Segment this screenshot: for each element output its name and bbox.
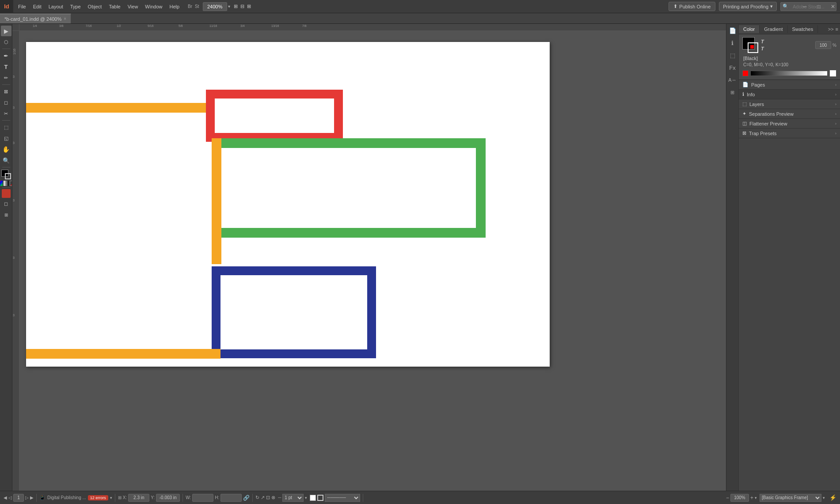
ruler-label-8: 3/4 bbox=[240, 24, 245, 27]
menu-help[interactable]: Help bbox=[166, 3, 182, 11]
tab-swatches[interactable]: Swatches bbox=[788, 25, 818, 33]
gradient-mode-btn[interactable] bbox=[4, 181, 9, 186]
maximize-button[interactable]: □ bbox=[812, 0, 826, 13]
menu-window[interactable]: Window bbox=[142, 3, 165, 11]
type-tool[interactable]: T bbox=[1, 61, 11, 72]
panel-row-sep-preview[interactable]: ✦ Separations Preview › bbox=[739, 109, 840, 119]
zoom-dropdown-btn[interactable]: ▾ bbox=[755, 496, 757, 500]
zoom-percent-input[interactable] bbox=[730, 494, 749, 502]
color-slider[interactable] bbox=[750, 71, 828, 76]
constraint-icon[interactable]: 🔗 bbox=[243, 495, 250, 501]
panel-menu-btn[interactable]: ≡ bbox=[836, 27, 838, 32]
h-input[interactable] bbox=[220, 494, 242, 502]
opacity-input[interactable] bbox=[815, 41, 831, 49]
status-sep-1 bbox=[36, 494, 37, 502]
page-canvas bbox=[26, 42, 550, 367]
panel-icon-layers[interactable]: ⬚ bbox=[728, 50, 737, 60]
green-rectangle[interactable] bbox=[212, 138, 486, 238]
frame-type-arrow[interactable]: ▾ bbox=[823, 496, 825, 500]
trap-presets-arrow: › bbox=[835, 131, 836, 136]
publish-online-button[interactable]: ⬆ Publish Online bbox=[669, 2, 715, 11]
panel-expand-btn[interactable]: >> bbox=[828, 27, 834, 32]
stroke-style-select[interactable]: ────── bbox=[325, 494, 360, 502]
menu-file[interactable]: File bbox=[15, 3, 29, 11]
sep-preview-icon: ✦ bbox=[742, 111, 746, 117]
direct-select-tool[interactable]: ⬡ bbox=[1, 37, 11, 47]
menu-object[interactable]: Object bbox=[85, 3, 105, 11]
y-input[interactable] bbox=[156, 494, 180, 502]
close-button[interactable]: ✕ bbox=[826, 0, 840, 13]
scissors-tool[interactable]: ✂ bbox=[1, 108, 11, 119]
printing-proofing-dropdown[interactable]: Printing and Proofing ▾ bbox=[719, 2, 777, 11]
zoom-tool[interactable]: 🔍 bbox=[1, 155, 11, 166]
opacity-unit: % bbox=[832, 43, 836, 48]
selection-tool[interactable]: ▶ bbox=[1, 26, 11, 36]
page-first-btn[interactable]: ◁ bbox=[8, 495, 12, 500]
error-badge[interactable]: 12 errors bbox=[88, 495, 108, 500]
page-number-input[interactable] bbox=[13, 494, 24, 502]
panel-icon-fx[interactable]: Fx bbox=[728, 63, 737, 72]
zoom-in-btn[interactable]: + bbox=[750, 495, 753, 501]
fill-stroke-status: ────── bbox=[310, 494, 360, 502]
panel-row-pages[interactable]: 📄 Pages › bbox=[739, 80, 840, 90]
free-transform-tool[interactable]: ⬚ bbox=[1, 122, 11, 133]
digital-pub-arrow[interactable]: ▾ bbox=[110, 496, 112, 500]
grid-icon[interactable]: ⊞ bbox=[247, 4, 251, 9]
panel-icon-align[interactable]: ⊞ bbox=[728, 87, 737, 97]
x-input[interactable] bbox=[128, 494, 149, 502]
panel-row-layers[interactable]: ⬚ Layers › bbox=[739, 99, 840, 109]
tab-color[interactable]: Color bbox=[739, 25, 760, 33]
fill-stroke-indicator[interactable] bbox=[1, 170, 11, 179]
pen-tool[interactable]: ✒ bbox=[1, 50, 11, 61]
preview-mode-btn[interactable]: ◻ bbox=[1, 198, 11, 209]
stroke-arrow[interactable]: ▾ bbox=[305, 496, 307, 500]
menu-view[interactable]: View bbox=[125, 3, 141, 11]
rectangle-tool[interactable]: ◻ bbox=[1, 97, 11, 108]
zoom-out-btn[interactable]: − bbox=[726, 495, 729, 501]
panel-row-trap-presets[interactable]: ⊠ Trap Presets › bbox=[739, 129, 840, 138]
menu-type[interactable]: Type bbox=[67, 3, 84, 11]
tool-separator-4 bbox=[2, 167, 10, 167]
page-next-btn[interactable]: ▷ bbox=[25, 495, 29, 500]
minimize-button[interactable]: ─ bbox=[798, 0, 812, 13]
panel-row-info[interactable]: ℹ Info › bbox=[739, 90, 840, 99]
color-mode-btn[interactable] bbox=[0, 181, 3, 186]
info-arrow: › bbox=[835, 92, 836, 97]
grid-view-btn[interactable]: ⊞ bbox=[1, 209, 11, 220]
color-slider-row bbox=[742, 70, 836, 77]
menu-edit[interactable]: Edit bbox=[30, 3, 45, 11]
ruler-label-7: 11/16 bbox=[209, 24, 217, 27]
panel-row-flat-preview[interactable]: ◫ Flattener Preview › bbox=[739, 119, 840, 129]
frame-icon[interactable]: ⊟ bbox=[240, 4, 244, 9]
blue-rectangle[interactable] bbox=[212, 266, 376, 358]
zoom-input[interactable] bbox=[203, 2, 227, 11]
status-sep-2 bbox=[115, 494, 115, 502]
stroke-weight-select[interactable]: 1 pt 2 pt 0.5 pt bbox=[282, 494, 304, 502]
t-labels: T T bbox=[761, 39, 764, 51]
gradient-tool[interactable]: ◱ bbox=[1, 133, 11, 144]
canvas-area[interactable] bbox=[19, 31, 726, 491]
hand-tool[interactable]: ✋ bbox=[1, 144, 11, 155]
page-last-btn[interactable]: ▶ bbox=[30, 495, 34, 500]
fill-stroke-box[interactable] bbox=[742, 37, 758, 53]
zoom-dropdown-arrow[interactable]: ▾ bbox=[228, 4, 230, 9]
page-prev-btn[interactable]: ◀ bbox=[4, 495, 7, 500]
orange-bar-vertical bbox=[212, 138, 221, 264]
panel-icon-pages[interactable]: 📄 bbox=[728, 26, 737, 35]
apply-color-btn[interactable] bbox=[2, 189, 11, 198]
rectangle-frame-tool[interactable]: ⊠ bbox=[1, 86, 11, 97]
color-indicator bbox=[742, 70, 749, 76]
menu-table[interactable]: Table bbox=[106, 3, 123, 11]
arrange-icon[interactable]: ⊞ bbox=[234, 4, 238, 9]
pencil-tool[interactable]: ✏ bbox=[1, 72, 11, 83]
frame-type-select[interactable]: [Basic Graphics Frame] bbox=[760, 494, 821, 502]
tab-gradient[interactable]: Gradient bbox=[760, 25, 787, 33]
menu-layout[interactable]: Layout bbox=[46, 3, 66, 11]
tab-close-button[interactable]: × bbox=[64, 16, 66, 21]
panel-icon-type[interactable]: A↔ bbox=[728, 75, 737, 85]
panel-icon-info[interactable]: ℹ bbox=[728, 38, 737, 48]
document-tab[interactable]: *b-card_01.indd @ 2400% × bbox=[0, 14, 71, 23]
red-rectangle[interactable] bbox=[206, 90, 343, 142]
ref-point-icon[interactable]: ⊞ bbox=[118, 495, 122, 500]
w-input[interactable] bbox=[192, 494, 213, 502]
